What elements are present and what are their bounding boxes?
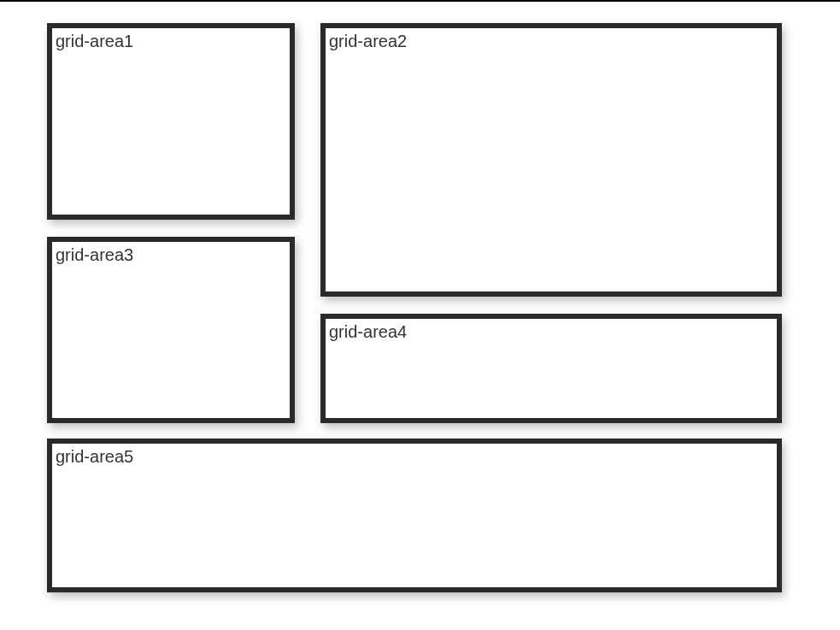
grid-area-1: grid-area1 — [47, 23, 295, 220]
grid-area-5: grid-area5 — [47, 439, 782, 592]
grid-area-1-label: grid-area1 — [56, 32, 133, 50]
grid-area-3: grid-area3 — [47, 237, 295, 423]
grid-area-4-label: grid-area4 — [329, 322, 407, 341]
grid-area-3-label: grid-area3 — [56, 245, 133, 264]
grid-area-4: grid-area4 — [320, 314, 782, 423]
grid-area-2: grid-area2 — [320, 23, 782, 297]
grid-area-2-label: grid-area2 — [329, 32, 407, 50]
grid-area-5-label: grid-area5 — [56, 447, 133, 466]
grid-container: grid-area1 grid-area2 grid-area3 grid-ar… — [0, 2, 840, 614]
